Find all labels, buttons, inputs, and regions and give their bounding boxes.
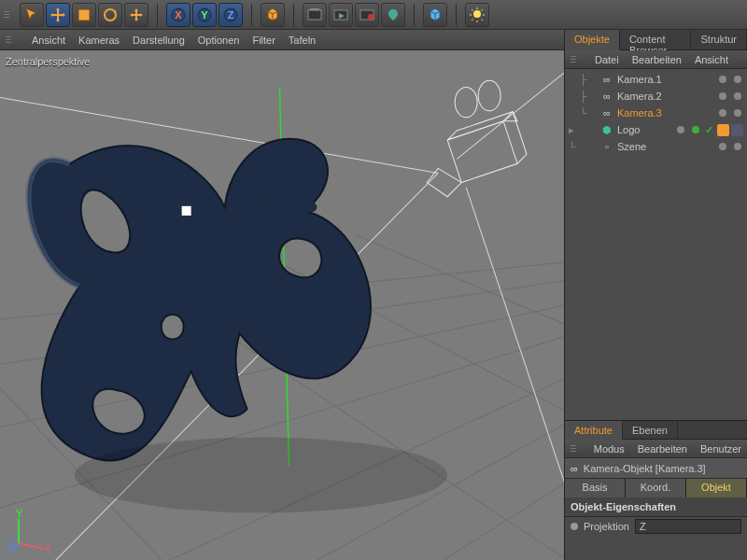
main-toolbar: X Y Z	[0, 0, 747, 30]
viewport-menu-optionen[interactable]: Optionen	[198, 35, 240, 46]
render-queue-button[interactable]	[381, 3, 405, 27]
attr-section-title: Objekt-Eigenschaften	[565, 497, 747, 517]
visibility-dot[interactable]	[734, 76, 741, 83]
tag-icons[interactable]	[717, 124, 743, 136]
tree-row-logo[interactable]: ▸⬢Logo✓	[565, 121, 747, 138]
attr-row-projektion: Projektion Z	[565, 517, 747, 536]
tree-row-kamera-2[interactable]: ├∞Kamera.2	[565, 88, 747, 105]
tree-label: Szene	[617, 141, 713, 152]
visibility-dot[interactable]	[719, 143, 726, 150]
viewport-menu-filter[interactable]: Filter	[252, 35, 275, 46]
tree-branch-icon: ├	[569, 74, 597, 85]
svg-line-29	[466, 188, 564, 560]
move-tool-button[interactable]	[46, 3, 70, 27]
svg-text:Y: Y	[201, 9, 208, 21]
attr-subtab-objekt[interactable]: Objekt	[686, 479, 747, 497]
viewport-menu-tafeln[interactable]: Tafeln	[289, 35, 316, 46]
object-tree[interactable]: ├∞Kamera.1├∞Kamera.2└∞Kamera.3▸⬢Logo✓└▫S…	[565, 69, 747, 420]
visibility-dot[interactable]	[719, 76, 726, 83]
svg-marker-31	[447, 112, 517, 140]
attr-menu-modus[interactable]: Modus	[594, 443, 625, 455]
attr-label-projektion: Projektion	[584, 521, 629, 532]
object-type-icon: ∞	[600, 107, 613, 119]
axis-z-button[interactable]: Z	[218, 3, 243, 27]
tree-row-kamera-1[interactable]: ├∞Kamera.1	[565, 71, 747, 88]
viewport-label: Zentralperspektive	[6, 56, 91, 67]
tree-label: Logo	[617, 124, 671, 135]
attr-subtab-koord[interactable]: Koord.	[626, 479, 686, 497]
visibility-dot[interactable]	[719, 109, 726, 117]
enable-check-icon[interactable]: ✓	[705, 124, 713, 136]
local-tool-button[interactable]	[124, 3, 148, 27]
tab-ebenen[interactable]: Ebenen	[623, 421, 678, 441]
coord-system-button[interactable]	[261, 3, 285, 27]
attr-field-projektion[interactable]: Z	[635, 519, 741, 534]
toolbar-grip[interactable]	[4, 2, 11, 28]
tree-branch-icon: └	[569, 141, 597, 152]
object-type-icon: ∞	[600, 74, 613, 85]
viewport-menu-ansicht[interactable]: Ansicht	[32, 35, 65, 46]
visibility-dot[interactable]	[734, 143, 741, 150]
tree-row-kamera-3[interactable]: └∞Kamera.3	[565, 105, 747, 121]
svg-line-34	[513, 112, 527, 155]
tab-content-browser[interactable]: Content Browser	[620, 30, 692, 50]
svg-point-37	[478, 80, 500, 110]
objects-menu-bearbeiten[interactable]: Bearbeiten	[632, 54, 682, 65]
tree-label: Kamera.1	[617, 74, 713, 85]
svg-text:Z: Z	[228, 9, 234, 21]
visibility-dot[interactable]	[677, 126, 684, 133]
tree-branch-icon: ├	[569, 91, 597, 102]
tree-row-szene[interactable]: └▫Szene	[565, 138, 747, 155]
axis-gizmo: Y X Z	[7, 510, 50, 553]
tab-struktur[interactable]: Struktur	[691, 30, 747, 50]
visibility-dot[interactable]	[734, 109, 741, 117]
viewport-3d[interactable]: Zentralperspektive	[0, 50, 564, 560]
attr-bullet-icon	[571, 523, 578, 530]
camera-icon: ∞	[571, 463, 578, 474]
svg-line-33	[517, 154, 527, 163]
viewport-menu-kameras[interactable]: Kameras	[78, 35, 120, 46]
objects-menubar: Datei Bearbeiten Ansicht	[565, 50, 747, 69]
cursor-tool-button[interactable]	[20, 3, 44, 27]
tree-branch-icon: └	[569, 107, 597, 119]
render-settings-button[interactable]	[355, 3, 379, 27]
render-region-button[interactable]	[329, 3, 353, 27]
svg-point-39	[75, 438, 447, 513]
attr-panel-tabs: Attribute Ebenen	[565, 421, 747, 440]
svg-text:X: X	[45, 541, 50, 553]
objects-menu-datei[interactable]: Datei	[595, 54, 619, 65]
object-type-icon: ⬢	[600, 124, 613, 136]
svg-text:Y: Y	[16, 510, 23, 519]
attr-menubar: Modus Bearbeiten Benutzer	[565, 440, 747, 458]
attr-menu-bearbeiten[interactable]: Bearbeiten	[638, 443, 687, 455]
attr-menu-benutzer[interactable]: Benutzer	[700, 443, 741, 455]
viewport-menubar-grip[interactable]	[6, 27, 13, 53]
attr-object-header: ∞ Kamera-Objekt [Kamera.3]	[565, 458, 747, 479]
light-button[interactable]	[465, 3, 489, 27]
visibility-dot[interactable]	[719, 92, 726, 100]
svg-rect-40	[182, 206, 191, 216]
attr-subtab-basis[interactable]: Basis	[565, 479, 626, 497]
svg-line-25	[354, 234, 564, 361]
svg-rect-8	[308, 10, 321, 20]
axis-y-button[interactable]: Y	[192, 3, 217, 27]
svg-marker-35	[427, 168, 461, 196]
svg-line-43	[19, 543, 43, 549]
axis-x-button[interactable]: X	[166, 3, 190, 27]
primitive-button[interactable]	[423, 3, 447, 27]
scene-render	[0, 50, 564, 560]
objects-menu-ansicht[interactable]: Ansicht	[695, 54, 728, 65]
scale-tool-button[interactable]	[72, 3, 96, 27]
viewport-menu-darstellung[interactable]: Darstellung	[133, 35, 185, 46]
visibility-dot[interactable]	[734, 92, 741, 100]
svg-point-13	[473, 10, 481, 18]
svg-point-36	[455, 87, 477, 117]
viewport-menubar: Ansicht Kameras Darstellung Optionen Fil…	[0, 30, 564, 50]
svg-rect-0	[78, 9, 90, 21]
attr-object-title: Kamera-Objekt [Kamera.3]	[584, 463, 706, 474]
render-view-button[interactable]	[303, 3, 327, 27]
visibility-dot[interactable]	[692, 126, 699, 133]
svg-text:Z: Z	[7, 538, 14, 549]
attr-subtabs: Basis Koord. Objekt	[565, 479, 747, 497]
rotate-tool-button[interactable]	[98, 3, 122, 27]
